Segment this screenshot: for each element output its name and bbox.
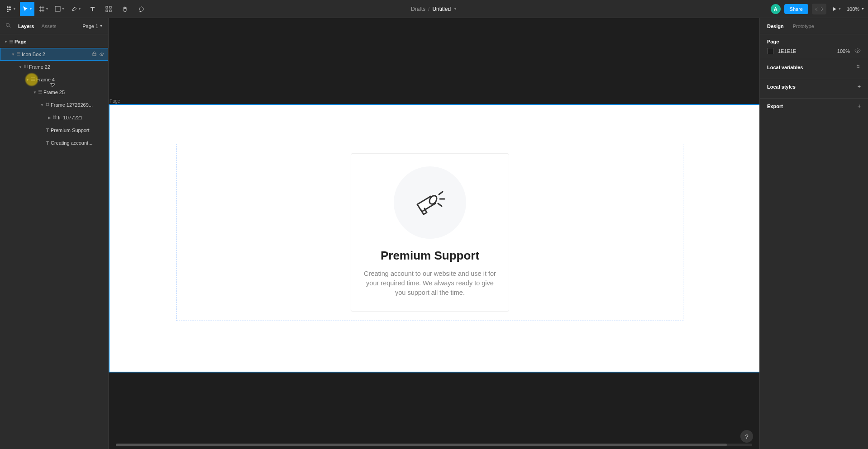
frame-label[interactable]: Page [110,99,120,104]
layer-row-frame-4[interactable]: ▼Frame 4 [0,73,108,86]
right-panel: Design Prototype Page 1E1E1E 100% Local … [759,18,868,449]
chevron-down-icon: ▼ [46,7,49,10]
layer-row-page[interactable]: ▼Page [0,35,108,48]
layer-row-frame-22[interactable]: ▼Frame 22 [0,61,108,73]
section-title-page: Page [767,39,861,44]
breadcrumb[interactable]: Drafts / Untitled ▼ [411,6,457,12]
fill-hex[interactable]: 1E1E1E [778,48,833,54]
scrollbar-thumb[interactable] [116,444,727,446]
expand-icon[interactable]: ▼ [4,40,8,44]
layer-name: Frame 12726269... [51,102,108,108]
comment-tool-button[interactable] [134,2,148,16]
hand-tool-button[interactable] [118,2,132,16]
layer-row-frame-12726269-[interactable]: ▼Frame 12726269... [0,99,108,111]
expand-icon[interactable]: ▼ [11,52,15,57]
svg-rect-12 [93,53,96,56]
resources-button[interactable] [101,2,116,16]
svg-rect-4 [110,10,111,12]
visibility-icon[interactable] [99,52,105,57]
expand-icon[interactable]: ▼ [25,78,30,82]
layer-name: Creating account... [51,140,108,146]
layer-name: Premium Support [51,128,108,133]
layer-row-fi-1077221[interactable]: ▶fi_1077221 [0,111,108,124]
layer-name: Page [14,39,108,44]
help-button[interactable]: ? [740,430,753,443]
canvas[interactable]: Page Premium Support [109,18,759,449]
page-fill-row[interactable]: 1E1E1E 100% [767,48,861,54]
chevron-down-icon: ▼ [29,7,33,10]
artboard-page[interactable]: Premium Support Creating account to our … [110,105,759,372]
layer-type-icon [44,102,51,108]
expand-icon[interactable]: ▶ [47,116,52,120]
layer-type-icon [30,77,36,82]
plus-icon[interactable]: + [858,103,861,109]
layer-name: Frame 22 [29,64,108,70]
expand-icon[interactable]: ▼ [40,103,44,107]
main-menu-button[interactable]: ▼ [4,2,18,16]
zoom-control[interactable]: 100% ▼ [847,6,864,12]
fill-opacity[interactable]: 100% [837,48,850,54]
fill-swatch[interactable] [767,48,773,54]
svg-rect-2 [110,6,111,8]
present-button[interactable]: ▼ [830,2,843,16]
search-icon[interactable] [5,23,11,29]
section-label: Export [767,104,783,109]
layer-row-creating-account-[interactable]: TCreating account... [0,137,108,149]
toolbar-right: A Share ▼ 100% ▼ [771,2,864,16]
page-selector[interactable]: Page 1 ▼ [82,24,103,29]
chevron-down-icon: ▼ [13,7,16,10]
chevron-down-icon: ▼ [838,7,841,10]
section-page: Page 1E1E1E 100% [760,34,868,59]
card-premium-support[interactable]: Premium Support Creating account to our … [351,153,509,312]
text-tool-button[interactable] [85,2,100,16]
layer-row-premium-support[interactable]: TPremium Support [0,124,108,137]
expand-icon[interactable]: ▼ [33,90,37,95]
zoom-value: 100% [847,6,859,12]
layer-type-icon [52,115,58,120]
share-button[interactable]: Share [784,4,808,14]
svg-rect-0 [55,6,60,11]
shape-tool-button[interactable]: ▼ [52,2,67,16]
move-tool-button[interactable]: ▼ [20,2,34,16]
svg-line-24 [439,192,443,194]
layer-list: ▼Page▼Icon Box 2▼Frame 22▼Frame 4▼Frame … [0,34,108,149]
visibility-icon[interactable] [854,48,861,54]
avatar[interactable]: A [771,4,781,14]
chevron-down-icon: ▼ [62,7,65,10]
section-label: Local styles [767,84,796,90]
layer-type-icon [23,64,29,70]
breadcrumb-drafts: Drafts [411,6,425,12]
megaphone-icon [412,186,448,219]
selection-outline: Premium Support Creating account to our … [176,144,683,321]
svg-rect-1 [106,6,108,8]
left-panel-tabs: Layers Assets Page 1 ▼ [0,18,108,34]
layer-type-icon: T [44,141,51,146]
layer-type-icon [8,39,14,44]
tab-assets[interactable]: Assets [41,24,56,29]
section-local-variables[interactable]: Local variables [760,59,868,79]
layer-type-icon: T [44,128,51,133]
lock-icon[interactable] [92,52,96,57]
settings-icon[interactable] [855,64,861,71]
chevron-down-icon: ▼ [861,7,864,10]
dev-mode-button[interactable] [812,4,826,14]
layer-name: Frame 25 [43,90,108,95]
document-title: Untitled [432,6,451,12]
breadcrumb-sep: / [428,6,429,12]
layer-row-frame-25[interactable]: ▼Frame 25 [0,86,108,99]
section-export[interactable]: Export + [760,99,868,118]
chevron-down-icon: ▼ [100,24,103,28]
layer-row-icon-box-2[interactable]: ▼Icon Box 2 [0,48,108,61]
tab-prototype[interactable]: Prototype [793,24,814,29]
tab-layers[interactable]: Layers [18,24,34,29]
svg-line-26 [438,203,442,206]
horizontal-scrollbar[interactable] [116,444,752,446]
section-label: Local variables [767,65,803,70]
section-local-styles[interactable]: Local styles + [760,79,868,99]
expand-icon[interactable]: ▼ [18,65,23,69]
frame-tool-button[interactable]: ▼ [36,2,51,16]
card-title: Premium Support [362,249,498,263]
pen-tool-button[interactable]: ▼ [69,2,83,16]
plus-icon[interactable]: + [858,84,861,90]
tab-design[interactable]: Design [767,24,784,29]
